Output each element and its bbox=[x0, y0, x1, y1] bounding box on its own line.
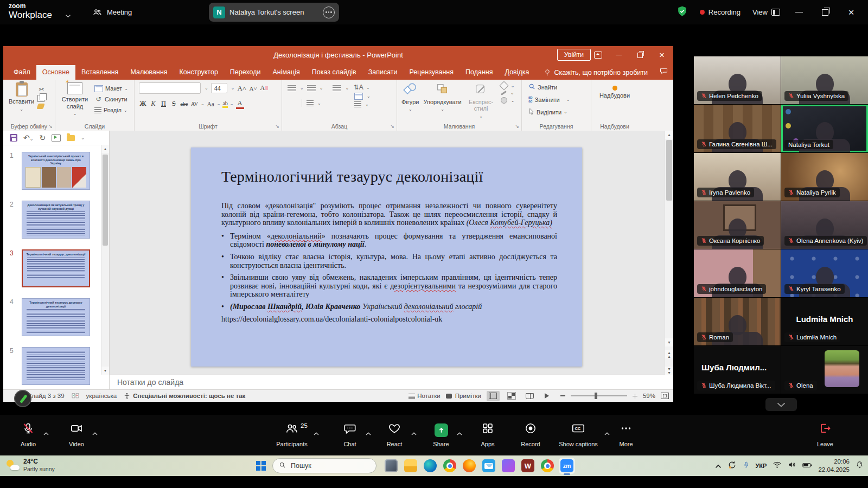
ribbon-tab-7[interactable]: Анімація bbox=[267, 65, 306, 80]
ribbon-tab-12[interactable]: Довідка bbox=[499, 65, 535, 80]
undo-icon[interactable]: ↶⌄ bbox=[23, 134, 33, 142]
zoom-percentage[interactable]: 59% bbox=[643, 393, 655, 399]
battery-icon[interactable] bbox=[802, 461, 812, 471]
microphone-tray-icon[interactable] bbox=[743, 461, 750, 471]
scroll-down-icon[interactable]: ▼ bbox=[101, 367, 109, 375]
minimize-button[interactable] bbox=[792, 12, 806, 13]
thumbnail-preview[interactable]: Український шекспірівський проект в конт… bbox=[22, 152, 90, 190]
bold-button[interactable]: Ж bbox=[139, 100, 147, 108]
share-button[interactable]: Share bbox=[423, 422, 459, 451]
participant-tile-14[interactable]: Olena bbox=[781, 346, 868, 394]
notes-pane[interactable]: Нотатки до слайда bbox=[110, 375, 665, 389]
character-spacing-button[interactable]: AV bbox=[190, 100, 199, 108]
slideshow-from-start-icon[interactable] bbox=[52, 134, 61, 142]
ribbon-tab-10[interactable]: Рецензування bbox=[404, 65, 459, 80]
normal-view-button[interactable] bbox=[487, 391, 500, 401]
thumbnail-preview[interactable] bbox=[22, 347, 90, 385]
speaker-icon[interactable] bbox=[788, 461, 796, 471]
restore-button[interactable] bbox=[818, 9, 832, 16]
slide-sorter-view-button[interactable] bbox=[505, 391, 518, 401]
open-file-icon[interactable] bbox=[67, 135, 75, 141]
comments-toggle-button[interactable]: Примітки bbox=[446, 393, 481, 399]
underline-button[interactable]: П bbox=[159, 100, 168, 108]
addins-button[interactable]: Надбудови bbox=[593, 86, 636, 99]
redo-icon[interactable]: ↻ bbox=[39, 134, 46, 142]
notes-toggle-button[interactable]: Нотатки bbox=[409, 393, 440, 399]
slide-thumbnail-4[interactable]: 4Термінологічний тезаурус дискурсу декол… bbox=[3, 298, 100, 336]
keyboard-language[interactable]: УКР bbox=[756, 463, 767, 469]
previous-slide-icon[interactable]: ▲▲ bbox=[665, 350, 673, 358]
edge-taskbar-button[interactable] bbox=[422, 458, 438, 474]
mail-taskbar-button[interactable] bbox=[481, 458, 497, 474]
text-direction-icon[interactable]: ⇅A⌄ bbox=[354, 84, 371, 91]
line-spacing-icon[interactable]: ⌄ bbox=[333, 85, 349, 91]
participant-tile-13[interactable]: Шуба Людмил...Шуба Людмила Вікт... bbox=[694, 346, 781, 394]
scroll-up-icon[interactable]: ▲ bbox=[101, 145, 109, 153]
change-case-button[interactable]: Aa bbox=[207, 100, 215, 108]
participant-tile-3[interactable]: Галина Євгенівна Ш... bbox=[694, 105, 781, 152]
participant-tile-8[interactable]: Olena Annenkova (Kyiv) bbox=[781, 201, 868, 249]
show-captions-button[interactable]: CCShow captions bbox=[550, 422, 607, 451]
next-slide-icon[interactable]: ▼▼ bbox=[665, 367, 673, 375]
notification-bell-icon[interactable]: z bbox=[856, 460, 864, 471]
customize-qat-icon[interactable]: ⌄ bbox=[81, 136, 85, 140]
section-button[interactable]: Розділ⌄ bbox=[94, 106, 128, 115]
participant-tile-4[interactable]: Nataliya Torkut bbox=[781, 105, 868, 152]
zoom-in-button[interactable] bbox=[633, 394, 637, 399]
ribbon-tab-6[interactable]: Переходи bbox=[224, 65, 267, 80]
participant-tile-9[interactable]: johndouglasclayton bbox=[694, 249, 781, 297]
clear-formatting-button[interactable]: A bbox=[260, 84, 268, 93]
sync-icon[interactable] bbox=[727, 460, 737, 472]
tab-screen-share[interactable]: N Nataliya Torkut's screen bbox=[209, 3, 339, 22]
more-button[interactable]: More bbox=[609, 422, 643, 451]
participant-tile-10[interactable]: Kyryl Tarasenko bbox=[781, 249, 868, 297]
font-name-combo[interactable] bbox=[139, 82, 201, 94]
ribbon-tab-4[interactable]: Малювання bbox=[124, 65, 173, 80]
new-slide-button[interactable]: Створити слайд⌄ bbox=[60, 82, 90, 116]
spellcheck-icon[interactable] bbox=[72, 393, 79, 399]
close-button[interactable]: × bbox=[844, 7, 858, 17]
slideshow-view-button[interactable] bbox=[542, 391, 555, 401]
ppt-minimize-button[interactable] bbox=[609, 46, 628, 64]
participant-tile-2[interactable]: Yuliia Vyshnytska bbox=[781, 56, 868, 104]
dialog-launcher-icon[interactable]: ↘ bbox=[48, 124, 53, 129]
reset-button[interactable]: ↺Скинути bbox=[94, 95, 128, 104]
chevron-up-icon[interactable] bbox=[366, 428, 371, 438]
shape-effects-icon[interactable]: ⌄ bbox=[501, 97, 515, 104]
chevron-up-icon[interactable] bbox=[411, 428, 417, 438]
dialog-launcher-icon[interactable]: ↘ bbox=[390, 124, 394, 129]
select-button[interactable]: Виділити⌄ bbox=[528, 107, 589, 117]
record-button[interactable]: Record bbox=[511, 422, 550, 451]
zoom-slider[interactable] bbox=[571, 395, 627, 396]
recording-indicator[interactable]: Recording bbox=[700, 8, 741, 16]
convert-smartart-icon[interactable]: ⌄ bbox=[354, 101, 371, 107]
ribbon-tab-11[interactable]: Подання bbox=[459, 65, 499, 80]
audio-button[interactable]: Audio bbox=[11, 422, 46, 451]
video-button[interactable]: Video bbox=[59, 422, 94, 451]
quick-styles-button[interactable]: Експрес-стилі⌄ bbox=[466, 82, 496, 119]
thumbnail-preview[interactable]: Термінологічний тезаурус деколонізації bbox=[22, 249, 90, 287]
gallery-collapse-button[interactable] bbox=[765, 398, 797, 411]
view-button[interactable]: View bbox=[752, 8, 780, 16]
photos-taskbar-button[interactable] bbox=[500, 458, 516, 474]
ppt-close-button[interactable]: × bbox=[653, 46, 671, 64]
font-color-button[interactable]: А bbox=[236, 99, 244, 109]
scrollbar-thumb[interactable] bbox=[666, 140, 672, 201]
format-painter-icon[interactable] bbox=[36, 104, 44, 109]
shape-outline-icon[interactable]: ⌄ bbox=[501, 91, 515, 95]
tab-meeting[interactable]: Meeting bbox=[87, 0, 137, 24]
leave-button[interactable]: Leave bbox=[805, 422, 845, 451]
participant-tile-5[interactable]: Iryna Pavlenko bbox=[694, 153, 781, 201]
chrome-taskbar-button[interactable] bbox=[442, 458, 458, 474]
participant-tile-1[interactable]: Helen Pedchenko bbox=[694, 56, 781, 104]
clock[interactable]: 20:06 22.04.2025 bbox=[818, 458, 850, 474]
reading-view-button[interactable] bbox=[524, 391, 537, 401]
language-indicator[interactable]: українська bbox=[86, 393, 117, 399]
accessibility-status[interactable]: Спеціальні можливості: щось не так bbox=[124, 393, 245, 400]
scroll-up-icon[interactable]: ▲ bbox=[665, 131, 673, 139]
ribbon-tab-5[interactable]: Конструктор bbox=[174, 65, 224, 80]
react-button[interactable]: React bbox=[375, 422, 413, 451]
slide-thumbnail-1[interactable]: 1Український шекспірівський проект в кон… bbox=[3, 152, 100, 190]
copy-icon[interactable] bbox=[37, 95, 44, 102]
participant-tile-6[interactable]: Nataliya Pyrlik bbox=[781, 153, 868, 201]
